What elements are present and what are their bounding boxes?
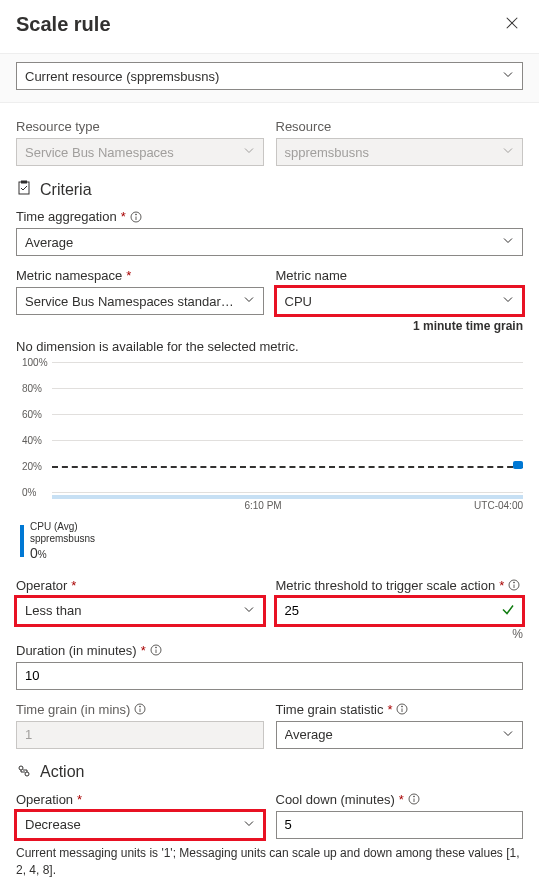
- operation-value: Decrease: [25, 817, 235, 832]
- operation-label: Operation*: [16, 792, 264, 807]
- time-aggregation-value: Average: [25, 235, 494, 250]
- legend-value: 0: [30, 545, 38, 561]
- legend-color-swatch: [20, 525, 24, 557]
- chart-x-tick: 6:10 PM: [52, 500, 474, 511]
- operation-dropdown[interactable]: Decrease: [16, 811, 264, 839]
- info-icon[interactable]: [396, 703, 408, 715]
- criteria-heading: Criteria: [40, 181, 92, 199]
- cooldown-label: Cool down (minutes)*: [276, 792, 524, 807]
- operator-label: Operator*: [16, 578, 264, 593]
- no-dimension-message: No dimension is available for the select…: [16, 339, 523, 354]
- metric-namespace-value: Service Bus Namespaces standard me...: [25, 294, 235, 309]
- svg-point-19: [19, 766, 23, 770]
- time-aggregation-label: Time aggregation*: [16, 209, 523, 224]
- chevron-down-icon: [502, 69, 514, 84]
- checkmark-icon: [501, 602, 515, 619]
- close-button[interactable]: [501, 12, 523, 37]
- operator-value: Less than: [25, 603, 235, 618]
- resource-value: sppremsbusns: [285, 145, 495, 160]
- chart-tz-label: UTC-04:00: [474, 500, 523, 511]
- duration-input[interactable]: [16, 662, 523, 690]
- scaling-note: Current messaging units is '1'; Messagin…: [16, 845, 523, 879]
- action-heading: Action: [40, 763, 84, 781]
- info-icon[interactable]: [134, 703, 146, 715]
- threshold-label: Metric threshold to trigger scale action…: [276, 578, 524, 593]
- operator-dropdown[interactable]: Less than: [16, 597, 264, 625]
- svg-rect-2: [19, 182, 29, 194]
- info-icon[interactable]: [508, 579, 520, 591]
- duration-label: Duration (in minutes)*: [16, 643, 523, 658]
- chevron-down-icon: [502, 727, 514, 742]
- threshold-input[interactable]: [276, 597, 524, 625]
- metric-namespace-label: Metric namespace*: [16, 268, 264, 283]
- panel-title: Scale rule: [16, 13, 111, 36]
- close-icon: [505, 18, 519, 33]
- info-icon[interactable]: [130, 211, 142, 223]
- resource-type-value: Service Bus Namespaces: [25, 145, 235, 160]
- legend-resource: sppremsbusns: [30, 533, 95, 545]
- metric-name-label: Metric name: [276, 268, 524, 283]
- chevron-down-icon: [502, 235, 514, 250]
- svg-point-20: [25, 772, 29, 776]
- chart-data-point: [513, 461, 523, 469]
- resource-selector-value: Current resource (sppremsbusns): [25, 69, 494, 84]
- chart-time-range-bar: [52, 495, 523, 499]
- svg-rect-3: [22, 181, 27, 183]
- metric-name-value: CPU: [285, 294, 495, 309]
- action-icon: [16, 763, 32, 782]
- svg-point-9: [514, 582, 515, 583]
- svg-point-18: [402, 706, 403, 707]
- threshold-unit: %: [276, 627, 524, 641]
- threshold-line: [52, 466, 523, 468]
- chevron-down-icon: [243, 603, 255, 618]
- metric-name-dropdown[interactable]: CPU: [276, 287, 524, 315]
- resource-type-label: Resource type: [16, 119, 264, 134]
- svg-point-6: [135, 214, 136, 215]
- time-grain-stat-label: Time grain statistic*: [276, 702, 524, 717]
- clipboard-check-icon: [16, 180, 32, 199]
- time-aggregation-dropdown[interactable]: Average: [16, 228, 523, 256]
- metric-namespace-dropdown[interactable]: Service Bus Namespaces standard me...: [16, 287, 264, 315]
- svg-point-23: [413, 796, 414, 797]
- time-grain-mins-label: Time grain (in mins): [16, 702, 264, 717]
- svg-point-15: [140, 706, 141, 707]
- time-grain-note: 1 minute time grain: [16, 319, 523, 333]
- info-icon[interactable]: [408, 793, 420, 805]
- resource-label: Resource: [276, 119, 524, 134]
- time-grain-mins-input: [16, 721, 264, 749]
- time-grain-stat-value: Average: [285, 727, 495, 742]
- chevron-down-icon: [502, 294, 514, 309]
- chevron-down-icon: [243, 145, 255, 160]
- chart-legend: CPU (Avg) sppremsbusns 0%: [20, 521, 523, 562]
- legend-series-name: CPU (Avg): [30, 521, 95, 533]
- chevron-down-icon: [243, 294, 255, 309]
- resource-type-dropdown: Service Bus Namespaces: [16, 138, 264, 166]
- svg-point-12: [155, 647, 156, 648]
- metric-chart: 100% 80% 60% 40% 20% 0% 6:10 PM UTC-04:0…: [22, 362, 523, 511]
- cooldown-input[interactable]: [276, 811, 524, 839]
- resource-dropdown: sppremsbusns: [276, 138, 524, 166]
- info-icon[interactable]: [150, 644, 162, 656]
- chevron-down-icon: [243, 817, 255, 832]
- resource-selector-dropdown[interactable]: Current resource (sppremsbusns): [16, 62, 523, 90]
- chevron-down-icon: [502, 145, 514, 160]
- time-grain-stat-dropdown[interactable]: Average: [276, 721, 524, 749]
